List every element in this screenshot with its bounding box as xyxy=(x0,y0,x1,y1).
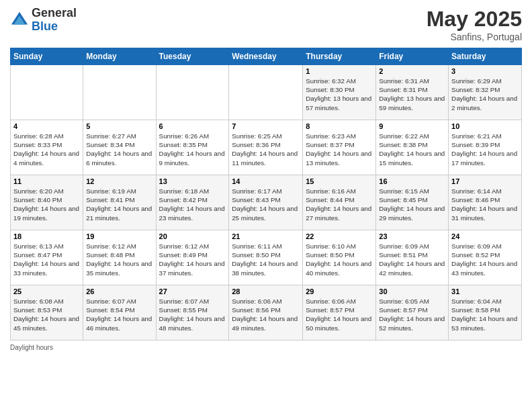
day-number: 21 xyxy=(232,232,300,240)
logo: General Blue xyxy=(10,7,77,34)
day-info: Sunrise: 6:20 AM Sunset: 8:40 PM Dayligh… xyxy=(13,187,80,222)
day-number: 8 xyxy=(306,122,373,130)
day-cell: 2Sunrise: 6:31 AM Sunset: 8:31 PM Daylig… xyxy=(376,65,449,120)
day-info: Sunrise: 6:12 AM Sunset: 8:49 PM Dayligh… xyxy=(159,242,226,277)
day-info: Sunrise: 6:19 AM Sunset: 8:41 PM Dayligh… xyxy=(86,187,152,222)
day-number: 7 xyxy=(232,122,300,130)
day-cell xyxy=(229,65,303,120)
day-cell: 21Sunrise: 6:11 AM Sunset: 8:50 PM Dayli… xyxy=(229,230,303,285)
logo-blue: Blue xyxy=(32,20,77,34)
day-number: 3 xyxy=(451,67,519,75)
day-number: 24 xyxy=(451,232,519,240)
week-row-1: 4Sunrise: 6:28 AM Sunset: 8:33 PM Daylig… xyxy=(11,120,522,175)
day-info: Sunrise: 6:12 AM Sunset: 8:48 PM Dayligh… xyxy=(86,242,152,277)
week-row-4: 25Sunrise: 6:08 AM Sunset: 8:53 PM Dayli… xyxy=(11,285,522,340)
day-number: 4 xyxy=(13,122,80,130)
day-number: 12 xyxy=(86,177,152,185)
day-number: 18 xyxy=(13,232,80,240)
day-number: 17 xyxy=(451,177,519,185)
day-cell: 15Sunrise: 6:16 AM Sunset: 8:44 PM Dayli… xyxy=(303,175,376,230)
day-cell: 24Sunrise: 6:09 AM Sunset: 8:52 PM Dayli… xyxy=(449,230,522,285)
day-cell: 31Sunrise: 6:04 AM Sunset: 8:58 PM Dayli… xyxy=(449,285,522,340)
day-number: 22 xyxy=(306,232,373,240)
day-number: 31 xyxy=(451,287,519,295)
footer: Daylight hours xyxy=(10,344,522,351)
logo-text: General Blue xyxy=(32,7,77,34)
day-number: 11 xyxy=(13,177,80,185)
day-cell: 29Sunrise: 6:06 AM Sunset: 8:57 PM Dayli… xyxy=(303,285,376,340)
day-info: Sunrise: 6:04 AM Sunset: 8:58 PM Dayligh… xyxy=(451,297,519,332)
day-cell: 17Sunrise: 6:14 AM Sunset: 8:46 PM Dayli… xyxy=(449,175,522,230)
day-info: Sunrise: 6:29 AM Sunset: 8:32 PM Dayligh… xyxy=(451,77,519,112)
day-info: Sunrise: 6:27 AM Sunset: 8:34 PM Dayligh… xyxy=(86,132,152,167)
logo-general: General xyxy=(32,7,77,20)
day-cell: 28Sunrise: 6:06 AM Sunset: 8:56 PM Dayli… xyxy=(229,285,303,340)
day-cell: 22Sunrise: 6:10 AM Sunset: 8:50 PM Dayli… xyxy=(303,230,376,285)
day-cell: 14Sunrise: 6:17 AM Sunset: 8:43 PM Dayli… xyxy=(229,175,303,230)
day-cell: 20Sunrise: 6:12 AM Sunset: 8:49 PM Dayli… xyxy=(156,230,229,285)
day-number: 15 xyxy=(306,177,373,185)
day-cell: 27Sunrise: 6:07 AM Sunset: 8:55 PM Dayli… xyxy=(156,285,229,340)
day-info: Sunrise: 6:18 AM Sunset: 8:42 PM Dayligh… xyxy=(159,187,226,222)
header: General Blue May 2025 Sanfins, Portugal xyxy=(10,7,522,42)
col-saturday: Saturday xyxy=(449,48,522,65)
day-number: 16 xyxy=(379,177,445,185)
day-cell: 5Sunrise: 6:27 AM Sunset: 8:34 PM Daylig… xyxy=(83,120,156,175)
day-cell xyxy=(83,65,156,120)
day-cell: 6Sunrise: 6:26 AM Sunset: 8:35 PM Daylig… xyxy=(156,120,229,175)
day-number: 9 xyxy=(379,122,445,130)
day-number: 19 xyxy=(86,232,152,240)
day-info: Sunrise: 6:23 AM Sunset: 8:37 PM Dayligh… xyxy=(306,132,373,167)
day-info: Sunrise: 6:07 AM Sunset: 8:55 PM Dayligh… xyxy=(159,297,226,332)
day-info: Sunrise: 6:07 AM Sunset: 8:54 PM Dayligh… xyxy=(86,297,152,332)
day-cell: 23Sunrise: 6:09 AM Sunset: 8:51 PM Dayli… xyxy=(376,230,449,285)
col-wednesday: Wednesday xyxy=(229,48,303,65)
day-info: Sunrise: 6:26 AM Sunset: 8:35 PM Dayligh… xyxy=(159,132,226,167)
day-cell: 4Sunrise: 6:28 AM Sunset: 8:33 PM Daylig… xyxy=(11,120,83,175)
week-row-2: 11Sunrise: 6:20 AM Sunset: 8:40 PM Dayli… xyxy=(11,175,522,230)
col-thursday: Thursday xyxy=(303,48,376,65)
day-info: Sunrise: 6:21 AM Sunset: 8:39 PM Dayligh… xyxy=(451,132,519,167)
day-info: Sunrise: 6:16 AM Sunset: 8:44 PM Dayligh… xyxy=(306,187,373,222)
logo-icon xyxy=(10,11,29,30)
day-number: 28 xyxy=(232,287,300,295)
day-info: Sunrise: 6:31 AM Sunset: 8:31 PM Dayligh… xyxy=(379,77,445,112)
col-sunday: Sunday xyxy=(11,48,83,65)
day-cell xyxy=(156,65,229,120)
day-number: 20 xyxy=(159,232,226,240)
day-cell xyxy=(11,65,83,120)
day-cell: 10Sunrise: 6:21 AM Sunset: 8:39 PM Dayli… xyxy=(449,120,522,175)
day-number: 10 xyxy=(451,122,519,130)
day-number: 27 xyxy=(159,287,226,295)
month-title: May 2025 xyxy=(427,7,522,32)
title-section: May 2025 Sanfins, Portugal xyxy=(427,7,522,42)
week-row-0: 1Sunrise: 6:32 AM Sunset: 8:30 PM Daylig… xyxy=(11,65,522,120)
day-number: 23 xyxy=(379,232,445,240)
day-cell: 8Sunrise: 6:23 AM Sunset: 8:37 PM Daylig… xyxy=(303,120,376,175)
day-info: Sunrise: 6:10 AM Sunset: 8:50 PM Dayligh… xyxy=(306,242,373,277)
day-info: Sunrise: 6:22 AM Sunset: 8:38 PM Dayligh… xyxy=(379,132,445,167)
day-number: 25 xyxy=(13,287,80,295)
day-info: Sunrise: 6:09 AM Sunset: 8:52 PM Dayligh… xyxy=(451,242,519,277)
day-info: Sunrise: 6:17 AM Sunset: 8:43 PM Dayligh… xyxy=(232,187,300,222)
location: Sanfins, Portugal xyxy=(427,32,522,42)
day-number: 30 xyxy=(379,287,445,295)
calendar: Sunday Monday Tuesday Wednesday Thursday… xyxy=(10,48,522,340)
day-info: Sunrise: 6:32 AM Sunset: 8:30 PM Dayligh… xyxy=(306,77,373,112)
day-cell: 19Sunrise: 6:12 AM Sunset: 8:48 PM Dayli… xyxy=(83,230,156,285)
day-info: Sunrise: 6:28 AM Sunset: 8:33 PM Dayligh… xyxy=(13,132,80,167)
day-info: Sunrise: 6:05 AM Sunset: 8:57 PM Dayligh… xyxy=(379,297,445,332)
day-number: 6 xyxy=(159,122,226,130)
day-info: Sunrise: 6:11 AM Sunset: 8:50 PM Dayligh… xyxy=(232,242,300,277)
day-cell: 16Sunrise: 6:15 AM Sunset: 8:45 PM Dayli… xyxy=(376,175,449,230)
day-number: 13 xyxy=(159,177,226,185)
daylight-label: Daylight hours xyxy=(10,344,53,351)
day-cell: 12Sunrise: 6:19 AM Sunset: 8:41 PM Dayli… xyxy=(83,175,156,230)
day-info: Sunrise: 6:13 AM Sunset: 8:47 PM Dayligh… xyxy=(13,242,80,277)
day-info: Sunrise: 6:06 AM Sunset: 8:56 PM Dayligh… xyxy=(232,297,300,332)
col-monday: Monday xyxy=(83,48,156,65)
day-info: Sunrise: 6:06 AM Sunset: 8:57 PM Dayligh… xyxy=(306,297,373,332)
day-number: 2 xyxy=(379,67,445,75)
day-cell: 18Sunrise: 6:13 AM Sunset: 8:47 PM Dayli… xyxy=(11,230,83,285)
week-row-3: 18Sunrise: 6:13 AM Sunset: 8:47 PM Dayli… xyxy=(11,230,522,285)
